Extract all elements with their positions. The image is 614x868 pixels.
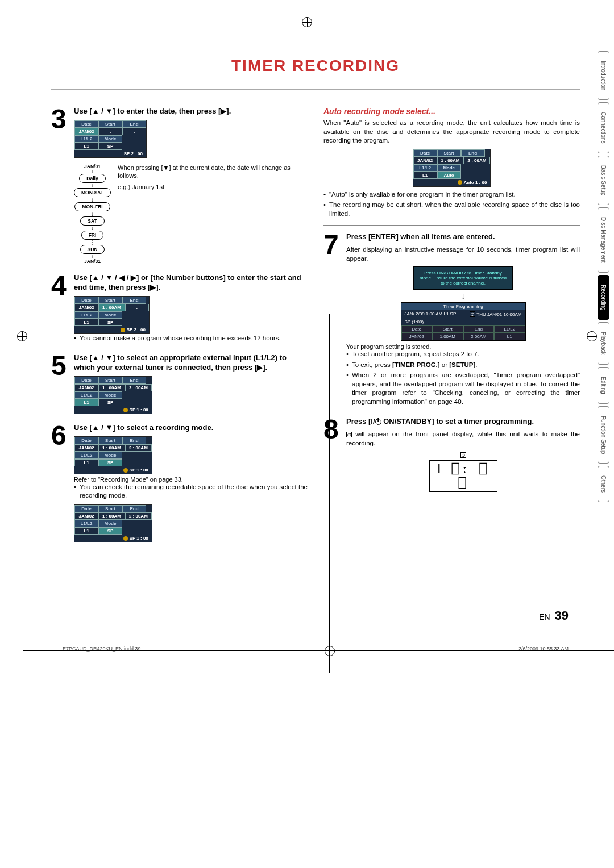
step-7-bullet-3: When 2 or more programs are overlapped, … <box>346 371 580 406</box>
registration-mark-top <box>302 17 312 27</box>
right-column: Auto recording mode select... When "Auto… <box>323 107 580 552</box>
step-7-bullet-1: To set another program, repeat steps 2 t… <box>346 350 580 359</box>
step-7-number: 7 <box>323 232 346 408</box>
page-title: TIMER RECORDING <box>51 57 580 75</box>
step-3-cycle-example: e.g.) January 1st <box>118 183 308 191</box>
step-3-date-cycle: JAN/01 ↓ Daily ↓ MON-SAT ↓ MON-FRI ↓ SAT… <box>74 164 308 264</box>
step-3-cycle-text: When pressing [▼] at the current date, t… <box>118 164 308 180</box>
step-8-number: 8 <box>323 417 346 492</box>
step-4-table: DateStartEnd JAN/021 : 00AM- - : - - L1/… <box>74 296 150 334</box>
step-3: 3 Use [▲ / ▼] to enter the date, then pr… <box>51 107 308 264</box>
title-divider <box>51 89 580 90</box>
step-6-note: You can check the remaining recordable s… <box>74 483 308 500</box>
step-6-number: 6 <box>51 423 74 542</box>
clock-icon: ⏱ <box>470 311 475 317</box>
step-4: 4 Use [▲ / ▼ / ◀ / ▶] or [the Number but… <box>51 273 308 344</box>
page-footer: EN 39 <box>51 608 580 623</box>
step-5-title: Use [▲ / ▼] to select an appropriate ext… <box>74 353 308 373</box>
step-3-table: DateStartEnd JAN/02- - : - -- - : - - L1… <box>74 120 147 158</box>
step-3-title: Use [▲ / ▼] to enter the date, then pres… <box>74 107 308 116</box>
step-5-number: 5 <box>51 353 74 414</box>
step-7-title: Press [ENTER] when all items are entered… <box>346 232 580 242</box>
step-6-table2: DateStartEnd JAN/021 : 00AM2 : 00AM L1/L… <box>74 504 152 542</box>
step-5-table: DateStartEnd JAN/021 : 00AM2 : 00AM L1/L… <box>74 376 152 414</box>
registration-mark-left <box>17 331 27 341</box>
step-5: 5 Use [▲ / ▼] to select an appropriate e… <box>51 353 308 414</box>
tab-others: Others <box>598 466 609 502</box>
step-7-bullet-2: To exit, press [TIMER PROG.] or [SETUP]. <box>346 361 580 370</box>
step-6-caption: Refer to "Recording Mode" on page 33. <box>74 476 308 483</box>
auto-mode-heading: Auto recording mode select... <box>323 107 580 116</box>
auto-mode-section: Auto recording mode select... When "Auto… <box>323 107 580 218</box>
section-divider <box>323 225 580 226</box>
left-column: 3 Use [▲ / ▼] to enter the date, then pr… <box>51 107 308 552</box>
step-6: 6 Use [▲ / ▼] to select a recording mode… <box>51 423 308 542</box>
step-7-para: After displaying an instructive message … <box>346 245 580 263</box>
content-columns: 3 Use [▲ / ▼] to enter the date, then pr… <box>51 107 580 552</box>
registration-mark-right <box>587 331 597 341</box>
print-footer: E7PCAUD_DR420KU_EN.indd 39 2/6/2009 10:5… <box>51 646 580 656</box>
step-8-para: ⏱ will appear on the front panel display… <box>346 430 580 448</box>
tab-function-setup: Function Setup <box>598 406 609 464</box>
auto-bullet-2: The recording may be cut short, when the… <box>323 201 580 218</box>
step-8: 8 Press [I/ ON/STANDBY] to set a timer p… <box>323 417 580 492</box>
power-icon <box>375 419 381 425</box>
tab-connections: Connections <box>598 102 609 153</box>
clock-icon: ⏱ <box>460 452 466 458</box>
tab-basic-setup: Basic Setup <box>598 156 609 205</box>
tab-introduction: Introduction <box>598 51 609 100</box>
step-8-title: Press [I/ ON/STANDBY] to set a timer pro… <box>346 417 580 427</box>
step-7-listbox: Timer Programming JAN/ 2/09 1:00 AM L1 S… <box>401 302 526 341</box>
step-6-table: DateStartEnd JAN/021 : 00AM2 : 00AM L1/L… <box>74 436 152 474</box>
tab-disc-management: Disc Management <box>598 207 609 273</box>
registration-mark-bottom <box>325 646 335 656</box>
step-3-number: 3 <box>51 107 74 264</box>
tab-recording: Recording <box>598 275 609 320</box>
step-4-note: You cannot make a program whose recordin… <box>74 334 308 343</box>
front-panel-display: Ⅰ ⎕ː ⎕ ⎕ <box>429 460 497 492</box>
section-tabs: Introduction Connections Basic Setup Dis… <box>598 51 609 502</box>
step-4-number: 4 <box>51 273 74 344</box>
auto-bullet-1: "Auto" is only available for one program… <box>323 190 580 199</box>
step-7-message: Press ON/STANDBY to Timer Standby mode. … <box>413 266 513 290</box>
clock-icon: ⏱ <box>346 432 352 437</box>
auto-mode-para: When "Auto" is selected as a recording m… <box>323 119 580 145</box>
step-7-caption: Your program setting is stored. <box>346 343 580 350</box>
step-4-title: Use [▲ / ▼ / ◀ / ▶] or [the Number butto… <box>74 273 308 293</box>
tab-editing: Editing <box>598 367 609 404</box>
step-7: 7 Press [ENTER] when all items are enter… <box>323 232 580 408</box>
step-6-title: Use [▲ / ▼] to select a recording mode. <box>74 423 308 433</box>
tab-playback: Playback <box>598 322 609 365</box>
auto-mode-table: DateStartEnd JAN/021 : 00AM2 : 00AM L1/L… <box>413 149 491 187</box>
